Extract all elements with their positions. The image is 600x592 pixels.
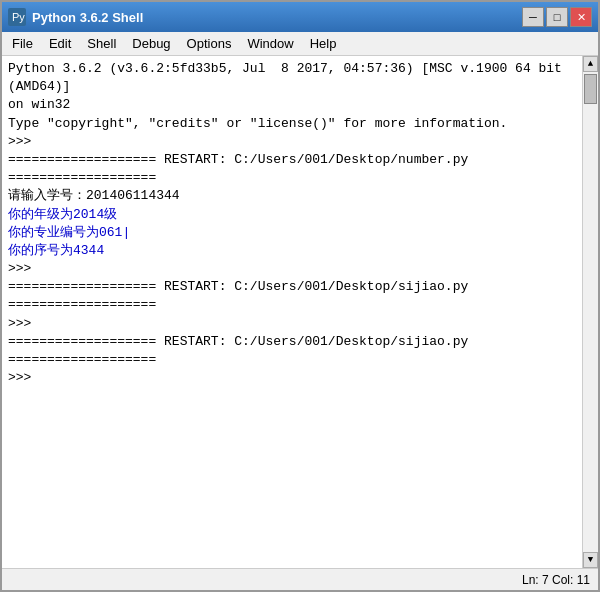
shell-line: 你的序号为4344 [8, 242, 576, 260]
menu-help[interactable]: Help [302, 32, 345, 55]
title-bar-text: Python 3.6.2 Shell [32, 10, 522, 25]
menu-file[interactable]: File [4, 32, 41, 55]
shell-line: Python 3.6.2 (v3.6.2:5fd33b5, Jul 8 2017… [8, 60, 576, 96]
scrollbar-thumb[interactable] [584, 74, 597, 104]
scrollbar-track: ▲ ▼ [582, 56, 598, 568]
shell-line: Type "copyright", "credits" or "license(… [8, 115, 576, 133]
minimize-button[interactable]: ─ [522, 7, 544, 27]
shell-line: =================== RESTART: C:/Users/00… [8, 333, 576, 369]
status-text: Ln: 7 Col: 11 [522, 573, 590, 587]
title-bar-buttons: ─ □ ✕ [522, 7, 592, 27]
window: Py Python 3.6.2 Shell ─ □ ✕ File Edit Sh… [0, 0, 600, 592]
close-button[interactable]: ✕ [570, 7, 592, 27]
title-bar: Py Python 3.6.2 Shell ─ □ ✕ [2, 2, 598, 32]
content-wrapper: Python 3.6.2 (v3.6.2:5fd33b5, Jul 8 2017… [2, 56, 598, 568]
menu-debug[interactable]: Debug [124, 32, 178, 55]
scroll-up-button[interactable]: ▲ [583, 56, 598, 72]
menu-bar: File Edit Shell Debug Options Window Hel… [2, 32, 598, 56]
menu-edit[interactable]: Edit [41, 32, 79, 55]
shell-line: 请输入学号：201406114344 [8, 187, 576, 205]
shell-line: >>> [8, 133, 576, 151]
status-bar: Ln: 7 Col: 11 [2, 568, 598, 590]
shell-line: >>> [8, 260, 576, 278]
menu-shell[interactable]: Shell [79, 32, 124, 55]
menu-options[interactable]: Options [179, 32, 240, 55]
svg-text:Py: Py [12, 11, 25, 23]
shell-output[interactable]: Python 3.6.2 (v3.6.2:5fd33b5, Jul 8 2017… [2, 56, 582, 568]
shell-line: >>> [8, 315, 576, 333]
shell-line: 你的专业编号为061| [8, 224, 576, 242]
shell-line: 你的年级为2014级 [8, 206, 576, 224]
shell-line: =================== RESTART: C:/Users/00… [8, 151, 576, 187]
shell-line: >>> [8, 369, 576, 387]
scrollbar-thumb-area [583, 72, 598, 552]
shell-line: =================== RESTART: C:/Users/00… [8, 278, 576, 314]
shell-line: on win32 [8, 96, 576, 114]
scroll-down-button[interactable]: ▼ [583, 552, 598, 568]
menu-window[interactable]: Window [239, 32, 301, 55]
maximize-button[interactable]: □ [546, 7, 568, 27]
python-icon: Py [8, 8, 26, 26]
